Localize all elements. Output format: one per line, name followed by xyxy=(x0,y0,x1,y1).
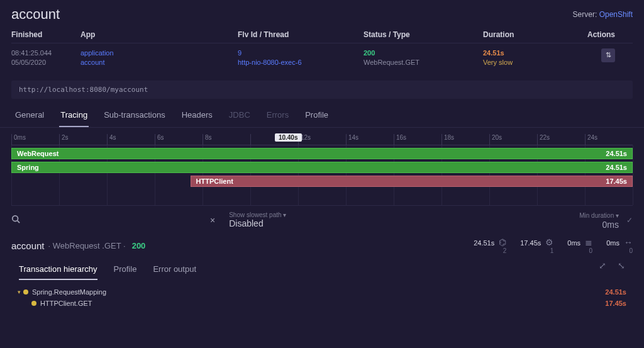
request-type: WebRequest.GET xyxy=(364,58,483,67)
server-indicator: Server: OpenShift xyxy=(573,10,633,19)
filter-close-icon[interactable]: × xyxy=(210,215,215,225)
action-button[interactable]: ⇅ xyxy=(601,48,615,62)
server-link[interactable]: OpenShift xyxy=(599,10,633,19)
gears-icon: ⚙ xyxy=(545,237,553,247)
tree-dot-icon xyxy=(31,301,36,306)
transaction-tree: ▾Spring.RequestMapping24.51sHTTPClient.G… xyxy=(0,280,644,315)
timeline-tick: 14s xyxy=(346,134,394,145)
tree-duration: 24.51s xyxy=(605,288,626,296)
trace-subtitle: · WebRequest .GET · xyxy=(48,241,126,250)
expand-icon: ↔ xyxy=(624,237,633,247)
app-link[interactable]: application xyxy=(80,48,238,58)
timeline-tick: 4s xyxy=(107,134,155,145)
tree-row[interactable]: HTTPClient.GET17.45s xyxy=(18,298,626,309)
trace-status: 200 xyxy=(132,241,146,250)
timeline-tick: 2s xyxy=(59,134,107,145)
tree-label: HTTPClient.GET xyxy=(40,300,92,307)
timeline-tick: 6s xyxy=(155,134,203,145)
min-duration-label[interactable]: Min duration ▾ xyxy=(579,212,619,219)
db-icon: ≣ xyxy=(585,237,592,247)
timeline-ruler: 0ms2s4s6s8s12s14s16s18s20s22s24s10.40s xyxy=(11,134,633,145)
url-display: http://localhost:8080/myaccount xyxy=(11,81,633,99)
hierarchy-icon: ⌬ xyxy=(499,237,506,247)
tab-jdbc: JDBC xyxy=(228,105,252,127)
check-icon[interactable]: ✓ xyxy=(626,216,633,225)
slowest-path-label[interactable]: Show slowest path ▾ xyxy=(229,211,286,218)
finished-date: 05/05/2020 xyxy=(11,58,80,67)
timeline-bar-httpclient[interactable]: HTTPClient17.45s xyxy=(191,176,633,187)
chevron-down-icon[interactable]: ▾ xyxy=(18,289,21,295)
app-sub-link[interactable]: account xyxy=(80,58,238,67)
tab-sub-transactions[interactable]: Sub-transactions xyxy=(103,105,167,127)
summary-header: Finished App Flv Id / Thread Status / Ty… xyxy=(11,26,633,43)
svg-point-0 xyxy=(13,216,18,222)
trace-title: account xyxy=(11,240,45,251)
timeline-tick: 18s xyxy=(441,134,489,145)
thread-link[interactable]: http-nio-8080-exec-6 xyxy=(238,58,364,67)
metric-db: 0ms ≣0 xyxy=(567,237,592,254)
timeline-tick: 22s xyxy=(537,134,585,145)
tree-label: Spring.RequestMapping xyxy=(32,288,106,296)
timeline-tick: 0ms xyxy=(11,134,59,145)
tab-tracing[interactable]: Tracing xyxy=(59,105,89,127)
metric-expand: 0ms ↔0 xyxy=(606,237,633,254)
min-duration-value: 0ms xyxy=(602,220,619,230)
duration-note: Very slow xyxy=(483,58,577,67)
tree-duration: 17.45s xyxy=(605,300,626,307)
summary-row: 08:41:25.044 05/05/2020 application acco… xyxy=(11,43,633,73)
metric-gears: 17.45s ⚙1 xyxy=(520,237,553,254)
collapse-icon[interactable]: ⤡ xyxy=(618,261,625,280)
timeline-marker[interactable]: 10.40s xyxy=(275,133,302,142)
page-title: account xyxy=(11,6,60,23)
subtab-error-output[interactable]: Error output xyxy=(153,261,196,280)
timeline-body[interactable]: WebRequest24.51sSpring24.51sHTTPClient17… xyxy=(11,145,633,206)
slowest-path-value: Disabled xyxy=(229,218,263,228)
metric-hierarchy: 24.51s ⌬2 xyxy=(474,237,506,254)
tree-row[interactable]: ▾Spring.RequestMapping24.51s xyxy=(18,286,626,298)
tab-errors: Errors xyxy=(265,105,290,127)
subtab-transaction-hierarchy[interactable]: Transaction hierarchy xyxy=(19,261,97,280)
timeline-tick: 20s xyxy=(489,134,537,145)
timeline-tick: 24s xyxy=(585,134,633,145)
svg-line-1 xyxy=(18,221,20,223)
tab-headers[interactable]: Headers xyxy=(180,105,214,127)
tab-general[interactable]: General xyxy=(14,105,45,127)
duration-value: 24.51s xyxy=(483,48,577,58)
timeline-tick: 12s xyxy=(298,134,346,145)
timeline-bar-spring[interactable]: Spring24.51s xyxy=(11,162,633,173)
search-icon[interactable] xyxy=(11,215,21,225)
timeline-tick: 16s xyxy=(394,134,441,145)
finished-time: 08:41:25.044 xyxy=(11,48,80,58)
timeline-tick: 8s xyxy=(203,134,250,145)
expand-icon[interactable]: ⤢ xyxy=(599,261,606,280)
tab-profile[interactable]: Profile xyxy=(304,105,330,127)
subtab-profile[interactable]: Profile xyxy=(114,261,137,280)
status-code: 200 xyxy=(364,48,483,58)
timeline-bar-webrequest[interactable]: WebRequest24.51s xyxy=(11,148,633,159)
tree-dot-icon xyxy=(23,289,28,295)
action-icon: ⇅ xyxy=(606,50,611,60)
tabs: GeneralTracingSub-transactionsHeadersJDB… xyxy=(0,105,644,128)
flv-id-link[interactable]: 9 xyxy=(238,48,364,58)
